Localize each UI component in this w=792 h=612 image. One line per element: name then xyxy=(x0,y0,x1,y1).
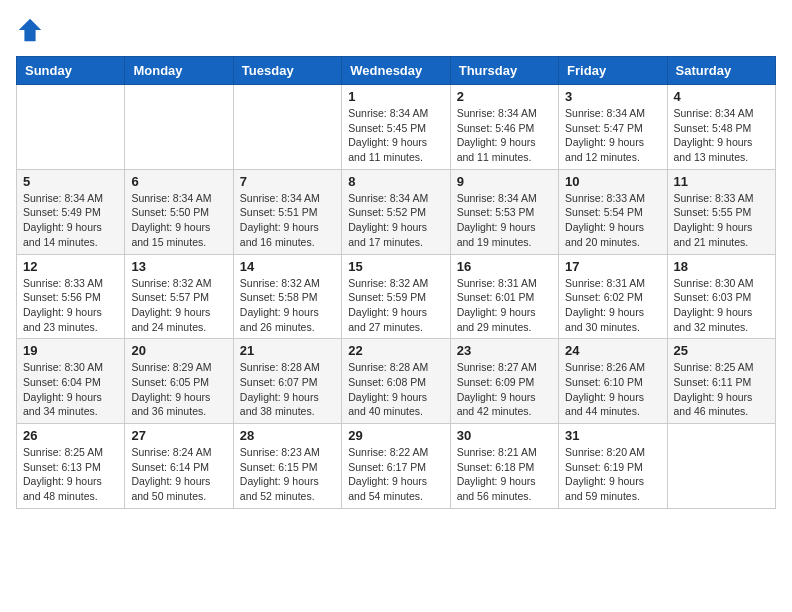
calendar-cell xyxy=(125,85,233,170)
column-header-thursday: Thursday xyxy=(450,57,558,85)
calendar-cell: 6Sunrise: 8:34 AM Sunset: 5:50 PM Daylig… xyxy=(125,169,233,254)
page-header xyxy=(16,16,776,44)
day-info: Sunrise: 8:32 AM Sunset: 5:59 PM Dayligh… xyxy=(348,276,443,335)
day-number: 6 xyxy=(131,174,226,189)
column-header-tuesday: Tuesday xyxy=(233,57,341,85)
day-number: 16 xyxy=(457,259,552,274)
day-number: 4 xyxy=(674,89,769,104)
column-header-monday: Monday xyxy=(125,57,233,85)
logo-icon xyxy=(16,16,44,44)
calendar-cell: 15Sunrise: 8:32 AM Sunset: 5:59 PM Dayli… xyxy=(342,254,450,339)
column-header-saturday: Saturday xyxy=(667,57,775,85)
day-info: Sunrise: 8:21 AM Sunset: 6:18 PM Dayligh… xyxy=(457,445,552,504)
day-number: 15 xyxy=(348,259,443,274)
day-info: Sunrise: 8:32 AM Sunset: 5:58 PM Dayligh… xyxy=(240,276,335,335)
calendar-cell: 13Sunrise: 8:32 AM Sunset: 5:57 PM Dayli… xyxy=(125,254,233,339)
day-info: Sunrise: 8:26 AM Sunset: 6:10 PM Dayligh… xyxy=(565,360,660,419)
calendar-cell: 8Sunrise: 8:34 AM Sunset: 5:52 PM Daylig… xyxy=(342,169,450,254)
day-info: Sunrise: 8:33 AM Sunset: 5:55 PM Dayligh… xyxy=(674,191,769,250)
day-info: Sunrise: 8:34 AM Sunset: 5:53 PM Dayligh… xyxy=(457,191,552,250)
day-info: Sunrise: 8:33 AM Sunset: 5:56 PM Dayligh… xyxy=(23,276,118,335)
calendar-cell: 18Sunrise: 8:30 AM Sunset: 6:03 PM Dayli… xyxy=(667,254,775,339)
day-info: Sunrise: 8:34 AM Sunset: 5:49 PM Dayligh… xyxy=(23,191,118,250)
calendar-week-row: 1Sunrise: 8:34 AM Sunset: 5:45 PM Daylig… xyxy=(17,85,776,170)
column-header-wednesday: Wednesday xyxy=(342,57,450,85)
calendar-cell: 22Sunrise: 8:28 AM Sunset: 6:08 PM Dayli… xyxy=(342,339,450,424)
day-info: Sunrise: 8:31 AM Sunset: 6:02 PM Dayligh… xyxy=(565,276,660,335)
day-number: 9 xyxy=(457,174,552,189)
day-number: 20 xyxy=(131,343,226,358)
day-info: Sunrise: 8:33 AM Sunset: 5:54 PM Dayligh… xyxy=(565,191,660,250)
day-info: Sunrise: 8:34 AM Sunset: 5:45 PM Dayligh… xyxy=(348,106,443,165)
day-info: Sunrise: 8:25 AM Sunset: 6:11 PM Dayligh… xyxy=(674,360,769,419)
day-info: Sunrise: 8:34 AM Sunset: 5:46 PM Dayligh… xyxy=(457,106,552,165)
day-info: Sunrise: 8:34 AM Sunset: 5:50 PM Dayligh… xyxy=(131,191,226,250)
day-number: 25 xyxy=(674,343,769,358)
day-info: Sunrise: 8:22 AM Sunset: 6:17 PM Dayligh… xyxy=(348,445,443,504)
day-number: 12 xyxy=(23,259,118,274)
calendar-cell: 29Sunrise: 8:22 AM Sunset: 6:17 PM Dayli… xyxy=(342,424,450,509)
day-number: 27 xyxy=(131,428,226,443)
calendar-week-row: 26Sunrise: 8:25 AM Sunset: 6:13 PM Dayli… xyxy=(17,424,776,509)
day-info: Sunrise: 8:23 AM Sunset: 6:15 PM Dayligh… xyxy=(240,445,335,504)
day-number: 8 xyxy=(348,174,443,189)
day-number: 7 xyxy=(240,174,335,189)
calendar-cell: 27Sunrise: 8:24 AM Sunset: 6:14 PM Dayli… xyxy=(125,424,233,509)
day-info: Sunrise: 8:20 AM Sunset: 6:19 PM Dayligh… xyxy=(565,445,660,504)
day-info: Sunrise: 8:32 AM Sunset: 5:57 PM Dayligh… xyxy=(131,276,226,335)
day-number: 23 xyxy=(457,343,552,358)
day-number: 18 xyxy=(674,259,769,274)
day-info: Sunrise: 8:28 AM Sunset: 6:07 PM Dayligh… xyxy=(240,360,335,419)
day-info: Sunrise: 8:30 AM Sunset: 6:04 PM Dayligh… xyxy=(23,360,118,419)
calendar-cell: 24Sunrise: 8:26 AM Sunset: 6:10 PM Dayli… xyxy=(559,339,667,424)
calendar-cell: 9Sunrise: 8:34 AM Sunset: 5:53 PM Daylig… xyxy=(450,169,558,254)
day-number: 19 xyxy=(23,343,118,358)
calendar-cell xyxy=(233,85,341,170)
calendar-cell: 17Sunrise: 8:31 AM Sunset: 6:02 PM Dayli… xyxy=(559,254,667,339)
day-info: Sunrise: 8:29 AM Sunset: 6:05 PM Dayligh… xyxy=(131,360,226,419)
calendar-week-row: 12Sunrise: 8:33 AM Sunset: 5:56 PM Dayli… xyxy=(17,254,776,339)
calendar-cell xyxy=(667,424,775,509)
day-number: 28 xyxy=(240,428,335,443)
calendar-cell: 3Sunrise: 8:34 AM Sunset: 5:47 PM Daylig… xyxy=(559,85,667,170)
day-number: 13 xyxy=(131,259,226,274)
day-number: 2 xyxy=(457,89,552,104)
calendar-cell: 23Sunrise: 8:27 AM Sunset: 6:09 PM Dayli… xyxy=(450,339,558,424)
calendar-cell: 5Sunrise: 8:34 AM Sunset: 5:49 PM Daylig… xyxy=(17,169,125,254)
calendar-cell: 30Sunrise: 8:21 AM Sunset: 6:18 PM Dayli… xyxy=(450,424,558,509)
day-info: Sunrise: 8:34 AM Sunset: 5:51 PM Dayligh… xyxy=(240,191,335,250)
calendar-cell xyxy=(17,85,125,170)
day-number: 29 xyxy=(348,428,443,443)
calendar-cell: 31Sunrise: 8:20 AM Sunset: 6:19 PM Dayli… xyxy=(559,424,667,509)
calendar-cell: 12Sunrise: 8:33 AM Sunset: 5:56 PM Dayli… xyxy=(17,254,125,339)
calendar-week-row: 19Sunrise: 8:30 AM Sunset: 6:04 PM Dayli… xyxy=(17,339,776,424)
calendar-cell: 4Sunrise: 8:34 AM Sunset: 5:48 PM Daylig… xyxy=(667,85,775,170)
calendar-cell: 2Sunrise: 8:34 AM Sunset: 5:46 PM Daylig… xyxy=(450,85,558,170)
calendar-cell: 7Sunrise: 8:34 AM Sunset: 5:51 PM Daylig… xyxy=(233,169,341,254)
calendar-cell: 26Sunrise: 8:25 AM Sunset: 6:13 PM Dayli… xyxy=(17,424,125,509)
day-number: 5 xyxy=(23,174,118,189)
calendar-cell: 14Sunrise: 8:32 AM Sunset: 5:58 PM Dayli… xyxy=(233,254,341,339)
calendar-cell: 21Sunrise: 8:28 AM Sunset: 6:07 PM Dayli… xyxy=(233,339,341,424)
calendar-header-row: SundayMondayTuesdayWednesdayThursdayFrid… xyxy=(17,57,776,85)
calendar-cell: 1Sunrise: 8:34 AM Sunset: 5:45 PM Daylig… xyxy=(342,85,450,170)
calendar-cell: 16Sunrise: 8:31 AM Sunset: 6:01 PM Dayli… xyxy=(450,254,558,339)
day-info: Sunrise: 8:34 AM Sunset: 5:52 PM Dayligh… xyxy=(348,191,443,250)
day-number: 14 xyxy=(240,259,335,274)
day-number: 21 xyxy=(240,343,335,358)
day-info: Sunrise: 8:30 AM Sunset: 6:03 PM Dayligh… xyxy=(674,276,769,335)
day-number: 24 xyxy=(565,343,660,358)
calendar-table: SundayMondayTuesdayWednesdayThursdayFrid… xyxy=(16,56,776,509)
day-number: 31 xyxy=(565,428,660,443)
day-info: Sunrise: 8:27 AM Sunset: 6:09 PM Dayligh… xyxy=(457,360,552,419)
day-number: 30 xyxy=(457,428,552,443)
svg-marker-0 xyxy=(19,19,41,41)
day-number: 26 xyxy=(23,428,118,443)
calendar-cell: 28Sunrise: 8:23 AM Sunset: 6:15 PM Dayli… xyxy=(233,424,341,509)
day-number: 3 xyxy=(565,89,660,104)
calendar-cell: 20Sunrise: 8:29 AM Sunset: 6:05 PM Dayli… xyxy=(125,339,233,424)
column-header-friday: Friday xyxy=(559,57,667,85)
logo xyxy=(16,16,46,44)
day-info: Sunrise: 8:34 AM Sunset: 5:47 PM Dayligh… xyxy=(565,106,660,165)
day-info: Sunrise: 8:24 AM Sunset: 6:14 PM Dayligh… xyxy=(131,445,226,504)
